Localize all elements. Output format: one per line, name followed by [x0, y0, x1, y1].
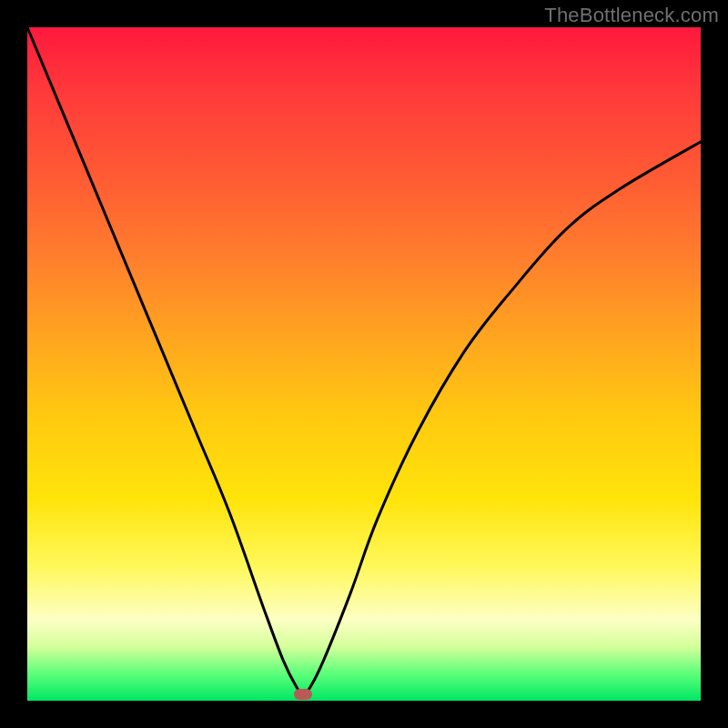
- curve-svg: [27, 27, 701, 701]
- watermark-text: TheBottleneck.com: [544, 4, 719, 27]
- chart-frame: TheBottleneck.com: [0, 0, 728, 728]
- bottleneck-curve: [27, 27, 701, 694]
- plot-area: [27, 27, 701, 701]
- min-marker: [294, 689, 312, 700]
